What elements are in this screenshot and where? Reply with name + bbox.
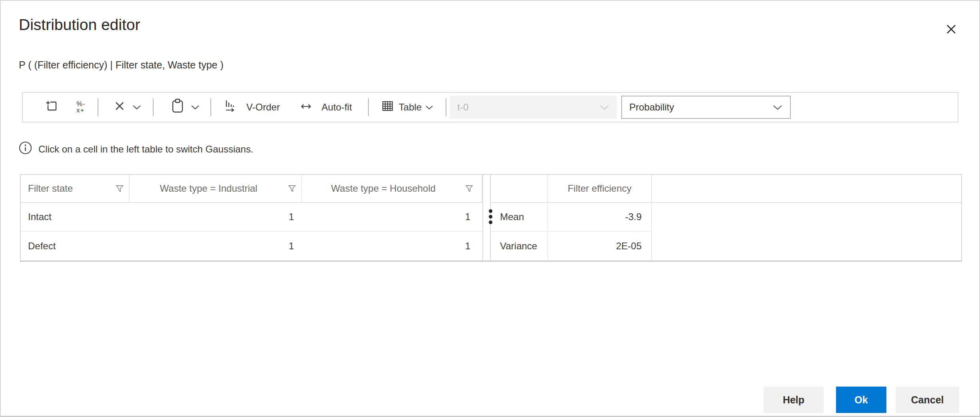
info-row: Click on a cell in the left table to swi… <box>19 141 254 157</box>
chevron-down-icon <box>772 102 783 113</box>
parameter-value-cell[interactable]: -3.9 <box>548 203 652 232</box>
parameter-header-cell <box>491 175 548 202</box>
probability-cell[interactable]: 1 <box>130 232 302 261</box>
parent-states-table: Filter state Waste type = Industrial Was… <box>21 175 483 261</box>
right-table-header-row: Filter efficiency <box>491 175 961 203</box>
table-row: Mean -3.9 <box>491 203 961 232</box>
probability-cell[interactable]: 1 <box>302 232 482 261</box>
chevron-down-icon <box>425 105 434 110</box>
add-columns-button[interactable] <box>44 99 59 116</box>
cancel-button[interactable]: Cancel <box>896 387 959 413</box>
page-title: Distribution editor <box>19 16 140 34</box>
header-filler-cell <box>652 175 961 202</box>
paste-icon <box>171 98 184 116</box>
filler-cell <box>652 232 961 261</box>
probability-cell[interactable]: 1 <box>130 203 302 231</box>
filler-cell <box>652 203 961 232</box>
auto-fit-label: Auto-fit <box>322 102 352 113</box>
view-select-value: Probability <box>629 102 674 113</box>
distribution-expression: P ( (Filter efficiency) | Filter state, … <box>19 59 224 71</box>
close-button[interactable] <box>942 21 960 38</box>
table-menu-label: Table <box>399 102 422 113</box>
parameter-label-cell: Mean <box>491 203 548 232</box>
state-label-cell: Intact <box>21 203 130 231</box>
table-grid-icon <box>382 100 394 114</box>
adjust-values-icon: %-x+ <box>76 101 86 114</box>
toolbar-separator <box>210 98 211 116</box>
filter-icon[interactable] <box>288 184 296 193</box>
toolbar-separator <box>153 98 154 116</box>
ok-button[interactable]: Ok <box>836 387 886 413</box>
close-icon <box>944 22 958 38</box>
filter-icon[interactable] <box>465 184 474 193</box>
column-header-waste-industrial: Waste type = Industrial <box>130 175 302 202</box>
auto-fit-icon <box>299 102 313 113</box>
filter-icon[interactable] <box>115 184 124 193</box>
add-columns-icon <box>44 99 59 116</box>
chevron-down-icon <box>599 102 610 113</box>
probability-cell[interactable]: 1 <box>302 203 482 231</box>
v-order-label: V-Order <box>246 102 280 113</box>
v-order-icon <box>224 99 238 116</box>
distribution-tables: Filter state Waste type = Industrial Was… <box>20 174 962 262</box>
toolbar-separator <box>446 98 446 116</box>
paste-button[interactable] <box>171 98 200 116</box>
toolbar-separator <box>98 98 98 116</box>
time-select: t-0 <box>450 96 617 119</box>
clear-button[interactable] <box>114 100 142 114</box>
v-order-button[interactable]: V-Order <box>224 99 280 116</box>
toolbar-separator <box>368 98 369 116</box>
drag-handle-icon[interactable] <box>487 209 494 224</box>
state-label-cell: Defect <box>21 232 130 261</box>
column-header-filter-efficiency: Filter efficiency <box>548 175 652 202</box>
left-table-header-row: Filter state Waste type = Industrial Was… <box>21 175 482 203</box>
info-message: Click on a cell in the left table to swi… <box>38 144 254 155</box>
distribution-editor-dialog: Distribution editor P ( (Filter efficien… <box>0 0 980 417</box>
help-button[interactable]: Help <box>764 387 824 413</box>
auto-fit-button[interactable]: Auto-fit <box>299 102 352 113</box>
table-row: Variance 2E-05 <box>491 232 961 261</box>
info-icon <box>19 141 32 157</box>
column-header-filter-state: Filter state <box>21 175 130 202</box>
column-header-waste-household: Waste type = Household <box>302 175 482 202</box>
chevron-down-icon <box>132 104 142 110</box>
adjust-values-button[interactable]: %-x+ <box>76 101 86 114</box>
table-menu-button[interactable]: Table <box>382 100 434 114</box>
view-select[interactable]: Probability <box>621 96 791 119</box>
time-select-value: t-0 <box>457 102 468 113</box>
table-row: Defect 1 1 <box>21 232 482 261</box>
table-row: Intact 1 1 <box>21 203 482 232</box>
chevron-down-icon <box>190 104 200 110</box>
parameter-label-cell: Variance <box>491 232 548 261</box>
gaussian-parameters-table: Filter efficiency Mean -3.9 Variance 2E-… <box>490 175 961 261</box>
parameter-value-cell[interactable]: 2E-05 <box>548 232 652 261</box>
clear-icon <box>114 100 126 114</box>
toolbar: %-x+ <box>22 92 958 122</box>
